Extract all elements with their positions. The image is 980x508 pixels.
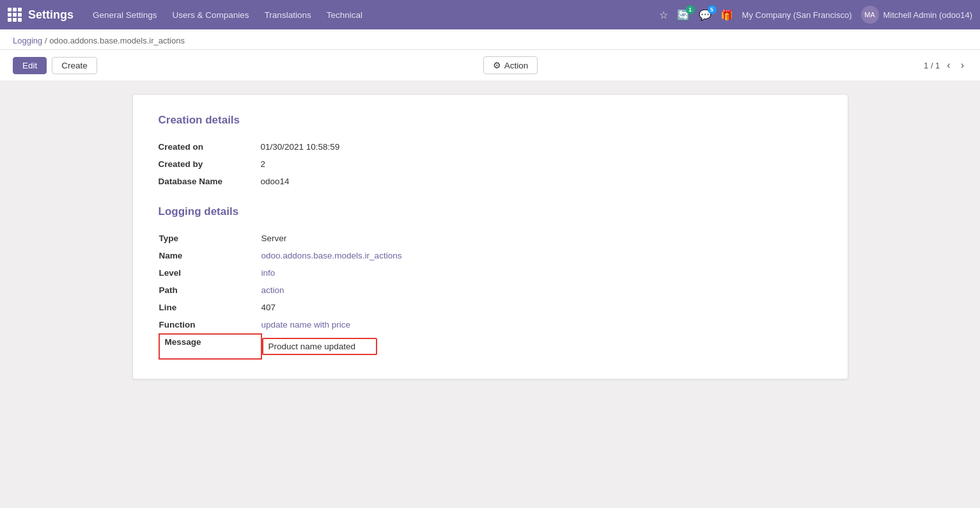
table-row: Level info	[159, 264, 821, 282]
field-label: Line	[159, 299, 261, 316]
logging-details-title: Logging details	[159, 205, 822, 218]
apps-icon	[8, 8, 22, 22]
update-icon[interactable]: 🔄 1	[677, 9, 690, 21]
table-row: Message Product name updated	[159, 334, 821, 359]
nav-technical[interactable]: Technical	[320, 8, 369, 22]
table-row: Function update name with price	[159, 316, 821, 334]
prev-page-button[interactable]: ‹	[944, 58, 953, 72]
creation-details-table: Created on 01/30/2021 10:58:59 Created b…	[159, 138, 822, 190]
field-value: Server	[261, 230, 821, 247]
field-value: odoo14	[261, 173, 822, 190]
nav-users-companies[interactable]: Users & Companies	[166, 8, 256, 22]
gear-icon: ⚙	[493, 60, 501, 70]
nav-general-settings[interactable]: General Settings	[86, 8, 164, 22]
name-link[interactable]: odoo.addons.base.models.ir_actions	[261, 251, 402, 260]
table-row: Database Name odoo14	[159, 173, 822, 190]
next-page-button[interactable]: ›	[958, 58, 967, 72]
field-label: Created on	[159, 138, 261, 155]
message-value: Product name updated	[262, 338, 377, 355]
field-value: 2	[261, 155, 822, 173]
field-label: Path	[159, 282, 261, 299]
pagination: 1 / 1 ‹ ›	[924, 58, 967, 72]
breadcrumb-parent[interactable]: Logging	[13, 36, 42, 45]
breadcrumb-current: odoo.addons.base.models.ir_actions	[49, 36, 185, 45]
action-button[interactable]: ⚙ Action	[483, 56, 538, 74]
app-brand[interactable]: Settings	[8, 8, 74, 22]
chat-badge: 5	[708, 5, 717, 14]
logging-details-table: Type Server Name odoo.addons.base.models…	[159, 230, 822, 360]
path-link[interactable]: action	[261, 285, 284, 295]
avatar: MA	[861, 6, 879, 24]
main-nav: General Settings Users & Companies Trans…	[86, 8, 646, 22]
chat-icon[interactable]: 💬 5	[699, 9, 712, 21]
top-nav: Settings General Settings Users & Compan…	[0, 0, 980, 29]
record-card: Creation details Created on 01/30/2021 1…	[132, 94, 848, 379]
creation-details-title: Creation details	[159, 114, 822, 127]
table-row: Created by 2	[159, 155, 822, 173]
nav-translations[interactable]: Translations	[258, 8, 318, 22]
create-button[interactable]: Create	[52, 57, 97, 74]
table-row: Line 407	[159, 299, 821, 316]
edit-button[interactable]: Edit	[13, 57, 47, 74]
user-name: Mitchell Admin (odoo14)	[883, 10, 972, 20]
field-value: Product name updated	[261, 334, 821, 359]
field-label: Message	[159, 334, 261, 359]
table-row: Type Server	[159, 230, 821, 247]
topnav-right: ☆ 🔄 1 💬 5 🎁 My Company (San Francisco) M…	[659, 6, 972, 24]
table-row: Name odoo.addons.base.models.ir_actions	[159, 247, 821, 264]
field-value: update name with price	[261, 316, 821, 334]
field-label: Created by	[159, 155, 261, 173]
field-label: Database Name	[159, 173, 261, 190]
table-row: Created on 01/30/2021 10:58:59	[159, 138, 822, 155]
gift-icon[interactable]: 🎁	[720, 9, 733, 21]
page-info: 1 / 1	[924, 61, 940, 70]
user-menu[interactable]: MA Mitchell Admin (odoo14)	[861, 6, 972, 24]
star-icon[interactable]: ☆	[659, 9, 668, 21]
field-label: Type	[159, 230, 261, 247]
toolbar: Edit Create ⚙ Action 1 / 1 ‹ ›	[0, 50, 980, 81]
field-value: 407	[261, 299, 821, 316]
update-badge: 1	[686, 5, 695, 14]
logging-details-section: Logging details Type Server Name odoo.ad…	[159, 205, 822, 360]
field-label: Name	[159, 247, 261, 264]
company-name[interactable]: My Company (San Francisco)	[742, 10, 852, 20]
field-value: 01/30/2021 10:58:59	[261, 138, 822, 155]
field-value: odoo.addons.base.models.ir_actions	[261, 247, 821, 264]
table-row: Path action	[159, 282, 821, 299]
main-content: Creation details Created on 01/30/2021 1…	[0, 81, 980, 508]
field-value: info	[261, 264, 821, 282]
field-label: Level	[159, 264, 261, 282]
creation-details-section: Creation details Created on 01/30/2021 1…	[159, 114, 822, 190]
function-link[interactable]: update name with price	[261, 320, 351, 329]
app-title: Settings	[28, 8, 74, 22]
field-label: Function	[159, 316, 261, 334]
field-value: action	[261, 282, 821, 299]
level-link[interactable]: info	[261, 268, 276, 278]
breadcrumb: Logging / odoo.addons.base.models.ir_act…	[0, 29, 980, 50]
